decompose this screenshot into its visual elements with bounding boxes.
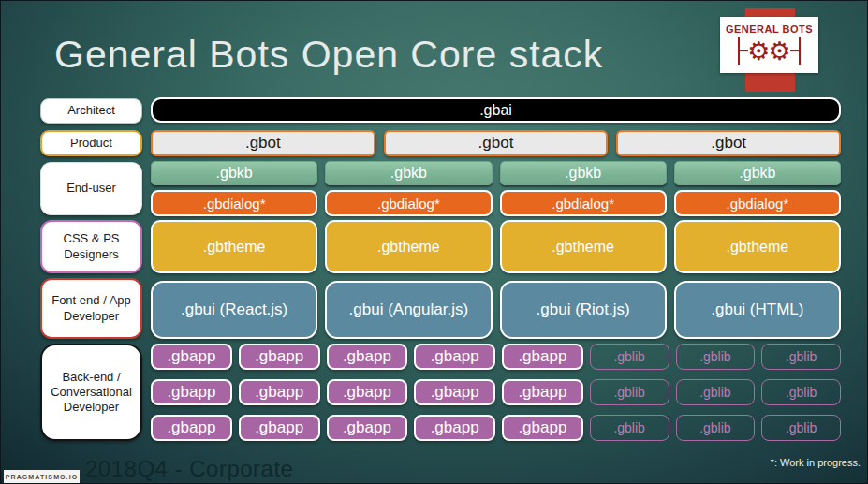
row-product: .gbot .gbot .gbot	[151, 130, 841, 156]
bar-gblib: .gblib	[761, 344, 841, 370]
bar-gbui-react: .gbui (React.js)	[151, 281, 317, 339]
bar-gbapp: .gbapp	[502, 415, 583, 441]
bar-gbot: .gbot	[384, 130, 609, 156]
bar-gblib: .gblib	[590, 415, 669, 441]
bar-gbot: .gbot	[151, 130, 375, 156]
bar-gbkb: .gbkb	[674, 161, 841, 185]
bar-gbkb: .gbkb	[151, 161, 317, 185]
bar-gbapp: .gbapp	[151, 379, 232, 405]
bar-gbapp: .gbapp	[151, 415, 232, 441]
slide-canvas: General Bots Open Core stack GENERAL BOT…	[0, 0, 868, 484]
bar-gbapp: .gbapp	[327, 415, 408, 441]
bar-gbdialog: .gbdialog*	[674, 190, 841, 216]
bar-gbapp: .gbapp	[239, 344, 320, 370]
bar-gblib: .gblib	[590, 344, 669, 370]
footer-caption: 2018Q4 - Corporate	[85, 456, 293, 482]
bar-gbtheme: .gbtheme	[151, 220, 317, 273]
general-bots-logo: GENERAL BOTS ⚙ ⚙	[720, 17, 818, 73]
caliper-line-icon	[790, 50, 799, 52]
bar-gbui-riot: .gbui (Riot.js)	[500, 281, 667, 339]
row-backend-2: .gbapp .gbapp .gbapp .gbapp .gbapp .gbli…	[151, 379, 841, 405]
label-frontend-app-developer: Font end / App Developer	[40, 278, 142, 339]
bar-gbapp: .gbapp	[414, 379, 495, 405]
gear-icon: ⚙	[747, 38, 770, 64]
bar-gbkb: .gbkb	[325, 161, 492, 185]
bar-gbai: .gbai	[151, 97, 841, 123]
gears-icon: ⚙ ⚙	[738, 35, 801, 66]
bar-gbdialog: .gbdialog*	[500, 190, 667, 216]
row-architect: .gbai	[151, 97, 841, 123]
row-gbtheme: .gbtheme .gbtheme .gbtheme .gbtheme	[151, 220, 841, 273]
bar-gbapp: .gbapp	[502, 344, 583, 370]
label-backend-conversational-developer: Back-end / Conversational Developer	[40, 344, 142, 441]
bar-gbapp: .gbapp	[414, 415, 495, 441]
bar-gblib: .gblib	[590, 379, 669, 405]
logo-brand-text: GENERAL BOTS	[726, 23, 813, 35]
gear-icon: ⚙	[769, 38, 791, 64]
bar-gbtheme: .gbtheme	[500, 220, 667, 273]
bar-gbapp: .gbapp	[502, 379, 583, 405]
bar-gbdialog: .gbdialog*	[151, 190, 317, 216]
bar-gbapp: .gbapp	[239, 379, 320, 405]
bar-gblib: .gblib	[761, 379, 841, 405]
bar-gblib: .gblib	[761, 415, 841, 441]
bar-gbapp: .gbapp	[414, 344, 495, 370]
bar-gbdialog: .gbdialog*	[325, 190, 492, 216]
bar-gbui-html: .gbui (HTML)	[674, 281, 841, 339]
bar-gbtheme: .gbtheme	[325, 220, 492, 273]
label-end-user: End-user	[40, 162, 142, 215]
row-backend-3: .gbapp .gbapp .gbapp .gbapp .gbapp .gbli…	[151, 415, 841, 441]
row-backend-1: .gbapp .gbapp .gbapp .gbapp .gbapp .gbli…	[151, 344, 841, 370]
bar-gbapp: .gbapp	[327, 379, 408, 405]
page-title: General Bots Open Core stack	[54, 33, 603, 77]
bar-gbkb: .gbkb	[500, 161, 667, 185]
bar-gbapp: .gbapp	[239, 415, 320, 441]
pragmatismo-logo: PRAGMATISMO.IO	[4, 470, 80, 483]
work-in-progress-note: *: Work in progress.	[771, 457, 861, 468]
row-gbdialog: .gbdialog* .gbdialog* .gbdialog* .gbdial…	[151, 190, 841, 216]
row-gbkb: .gbkb .gbkb .gbkb .gbkb	[151, 161, 841, 185]
label-css-ps-designers: CSS & PS Designers	[40, 220, 142, 273]
bar-gblib: .gblib	[676, 344, 756, 370]
caliper-bar-icon	[799, 37, 802, 65]
bar-gbapp: .gbapp	[151, 344, 232, 370]
bar-gbot: .gbot	[616, 130, 841, 156]
bar-gbui-angular: .gbui (Angular.js)	[325, 281, 492, 339]
bar-gbtheme: .gbtheme	[674, 220, 841, 273]
row-gbui: .gbui (React.js) .gbui (Angular.js) .gbu…	[151, 281, 841, 339]
label-product: Product	[40, 130, 142, 156]
bar-gblib: .gblib	[676, 415, 756, 441]
bar-gblib: .gblib	[676, 379, 756, 405]
label-architect: Architect	[40, 98, 142, 124]
bar-gbapp: .gbapp	[327, 344, 408, 370]
